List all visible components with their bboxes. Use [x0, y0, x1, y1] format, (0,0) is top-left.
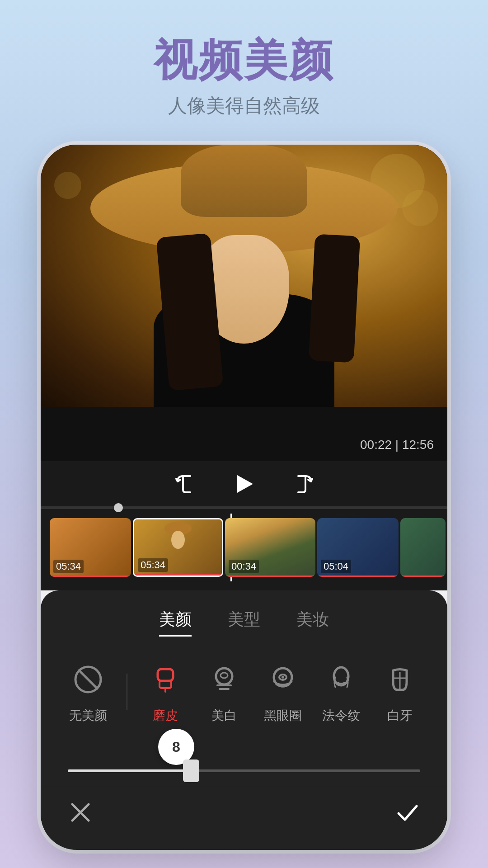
- no-beauty-icon: [68, 659, 108, 700]
- slider-thumb[interactable]: [183, 760, 199, 782]
- slider-fill: [68, 769, 191, 772]
- beauty-panel: 美颜 美型 美妆 无美颜: [41, 590, 447, 850]
- play-button[interactable]: [232, 472, 257, 496]
- tool-teeth-label: 白牙: [387, 707, 413, 724]
- teeth-icon: [380, 659, 420, 700]
- video-preview: [41, 145, 447, 407]
- bottom-bar: [41, 786, 447, 844]
- smooth-skin-icon: [145, 659, 186, 700]
- tool-smooth-skin[interactable]: 磨皮: [145, 659, 186, 724]
- timeline-section: 05:34 05:34 00:34: [41, 506, 447, 590]
- clip-3-time: 00:34: [229, 560, 259, 573]
- clip-4-time: 05:04: [321, 560, 351, 573]
- main-title: 视频美颜: [0, 36, 488, 84]
- video-timestamp: 00:22 | 12:56: [360, 438, 434, 452]
- timeline-clips: 05:34 05:34 00:34: [41, 514, 447, 581]
- svg-point-13: [334, 667, 348, 685]
- cancel-button[interactable]: [68, 800, 93, 831]
- video-black-bar: 00:22 | 12:56: [41, 407, 447, 461]
- svg-point-7: [221, 673, 228, 678]
- undo-button[interactable]: [173, 472, 196, 495]
- slider-section: 8: [41, 738, 447, 786]
- tool-no-beauty[interactable]: 无美颜: [68, 659, 108, 724]
- tool-teeth[interactable]: 白牙: [380, 659, 420, 724]
- clip-1-time: 05:34: [53, 560, 84, 573]
- timeline-clip-3[interactable]: 00:34: [225, 518, 315, 577]
- video-area: [41, 145, 447, 407]
- tool-smooth-skin-label: 磨皮: [153, 707, 178, 724]
- svg-rect-3: [158, 669, 173, 681]
- playback-controls: [41, 461, 447, 506]
- tool-dark-circles[interactable]: 黑眼圈: [263, 659, 303, 724]
- beauty-tools: 无美颜 磨皮: [41, 646, 447, 738]
- tool-no-beauty-label: 无美颜: [69, 707, 107, 724]
- nasolabial-icon: [321, 659, 361, 700]
- svg-line-2: [79, 670, 97, 689]
- svg-point-6: [216, 668, 232, 684]
- progress-bar[interactable]: [41, 506, 447, 509]
- svg-point-12: [282, 676, 284, 679]
- redo-button[interactable]: [293, 472, 315, 495]
- header-section: 视频美颜 人像美得自然高级: [0, 0, 488, 137]
- beauty-tabs: 美颜 美型 美妆: [41, 590, 447, 646]
- whiten-icon: [204, 659, 244, 700]
- tab-beauty[interactable]: 美颜: [159, 609, 192, 637]
- tab-makeup[interactable]: 美妆: [296, 609, 329, 637]
- tool-dark-circles-label: 黑眼圈: [264, 707, 302, 724]
- progress-dot[interactable]: [114, 503, 123, 512]
- slider-track[interactable]: [68, 769, 420, 772]
- timeline-clip-1[interactable]: 05:34: [50, 518, 131, 577]
- tool-nasolabial-label: 法令纹: [322, 707, 360, 724]
- confirm-button[interactable]: [395, 800, 420, 831]
- tool-whiten[interactable]: 美白: [204, 659, 244, 724]
- tool-nasolabial[interactable]: 法令纹: [321, 659, 361, 724]
- timeline-clip-5[interactable]: [400, 518, 446, 577]
- svg-marker-0: [237, 475, 253, 493]
- dark-circles-icon: [263, 659, 303, 700]
- tool-divider: [127, 674, 127, 710]
- timeline-clip-2[interactable]: 05:34: [133, 518, 223, 577]
- clip-2-time: 05:34: [138, 558, 168, 572]
- sub-title: 人像美得自然高级: [0, 93, 488, 118]
- phone-frame: 00:22 | 12:56: [41, 145, 447, 850]
- tab-shape[interactable]: 美型: [228, 609, 260, 637]
- timeline-clip-4[interactable]: 05:04: [317, 518, 399, 577]
- tool-whiten-label: 美白: [211, 707, 237, 724]
